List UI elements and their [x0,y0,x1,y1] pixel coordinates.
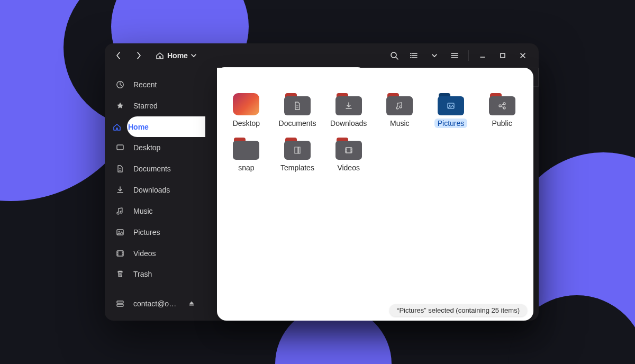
download-icon [115,185,125,195]
sidebar-item-label: Pictures [133,228,160,236]
close-button[interactable] [514,47,531,64]
status-bar: “Pictures” selected (containing 25 items… [389,304,527,316]
status-text: “Pictures” selected (containing 25 items… [397,306,520,314]
chevron-down-icon [191,53,196,58]
video-icon [344,145,353,155]
home-icon [112,122,122,132]
sidebar-item-pictures[interactable]: Pictures [105,222,205,243]
music-icon [115,206,125,216]
sidebar-item-music[interactable]: Music [105,201,205,222]
folder-label: Templates [277,163,318,172]
folder-label: Pictures [434,119,468,128]
back-button[interactable] [110,47,127,64]
server-icon [115,299,125,308]
sidebar-item-label: Starred [133,102,158,110]
picture-icon [115,228,125,237]
view-options-button[interactable] [426,47,443,64]
forward-button[interactable] [130,47,147,64]
folder-music[interactable]: Music [377,92,423,136]
path-bar[interactable]: Home [150,49,202,62]
sidebar-item-mount[interactable]: contact@o… [105,293,205,314]
sidebar-item-trash[interactable]: Trash [105,263,205,285]
folder-icon [386,93,413,115]
svg-point-8 [119,231,120,232]
desktop-icon [115,143,125,152]
star-icon [115,101,125,111]
search-button[interactable] [386,47,403,64]
folder-desktop[interactable]: Desktop [223,92,269,136]
clock-icon [115,80,125,89]
folder-pictures[interactable]: Pictures [428,92,474,136]
sidebar-item-desktop[interactable]: Desktop [105,137,205,158]
content-area: Pictures Home Desktop [205,68,539,321]
svg-rect-10 [117,301,123,303]
home-icon [156,51,164,60]
sidebar-item-label: Recent [133,80,157,89]
sidebar-item-recent[interactable]: Recent [105,74,205,95]
places-sidebar: Recent Starred Home Desktop Documents Do… [105,68,205,321]
svg-rect-6 [117,145,123,150]
svg-point-14 [503,103,505,105]
folder-icon [233,138,259,160]
folder-videos[interactable]: Videos [325,136,371,181]
folder-label: Documents [276,119,320,128]
sidebar-item-documents[interactable]: Documents [105,158,205,179]
sidebar-item-label: Home [128,123,149,131]
folder-label: Music [387,119,413,128]
templates-icon [293,145,302,155]
video-icon [115,249,125,258]
picture-icon [446,101,456,111]
download-icon [344,101,353,111]
sidebar-item-label: Music [133,207,153,215]
folder-icon [233,93,259,115]
document-icon [115,164,125,174]
document-icon [293,101,302,111]
svg-point-3 [410,57,411,58]
folder-downloads[interactable]: Downloads [325,92,371,136]
eject-icon[interactable] [188,301,195,307]
sidebar-item-label: Desktop [133,143,160,152]
icon-grid[interactable]: Desktop Documents Downloads Music [217,89,533,303]
svg-point-2 [410,55,411,56]
maximize-button[interactable] [494,47,511,64]
sidebar-item-videos[interactable]: Videos [105,243,205,264]
folder-icon [438,93,464,115]
hamburger-menu-button[interactable] [446,47,463,64]
sidebar-item-starred[interactable]: Starred [105,95,205,116]
svg-point-1 [410,53,411,54]
sidebar-item-downloads[interactable]: Downloads [105,179,205,201]
folder-public[interactable]: Public [479,92,525,136]
file-view-panel: Desktop Documents Downloads Music [217,68,533,321]
header-bar: Home [105,43,539,68]
folder-label: Public [489,119,515,128]
folder-label: Downloads [327,119,370,128]
folder-icon [489,93,515,115]
sidebar-item-label: contact@o… [133,299,176,308]
folder-templates[interactable]: Templates [275,136,321,181]
sidebar-item-label: Trash [133,270,152,278]
folder-icon [335,93,362,115]
svg-point-13 [449,105,451,106]
sidebar-item-label: Videos [133,249,156,258]
svg-rect-11 [117,304,123,306]
svg-rect-4 [501,53,505,58]
sidebar-item-label: Downloads [133,186,170,194]
folder-label: Videos [334,163,363,172]
sidebar-item-home[interactable]: Home [127,116,205,138]
file-manager-window: Home Recent [105,43,539,321]
folder-icon [284,138,311,160]
path-label: Home [167,51,188,60]
folder-snap[interactable]: snap [223,136,269,181]
sidebar-item-label: Documents [133,165,171,173]
svg-point-15 [499,105,501,107]
share-icon [497,101,507,111]
view-list-button[interactable] [406,47,423,64]
svg-point-16 [503,107,505,109]
folder-icon [335,138,362,160]
folder-icon [284,93,311,115]
music-icon [395,101,404,111]
folder-documents[interactable]: Documents [275,92,321,136]
minimize-button[interactable] [474,47,491,64]
trash-icon [115,269,125,279]
folder-label: snap [235,163,257,172]
